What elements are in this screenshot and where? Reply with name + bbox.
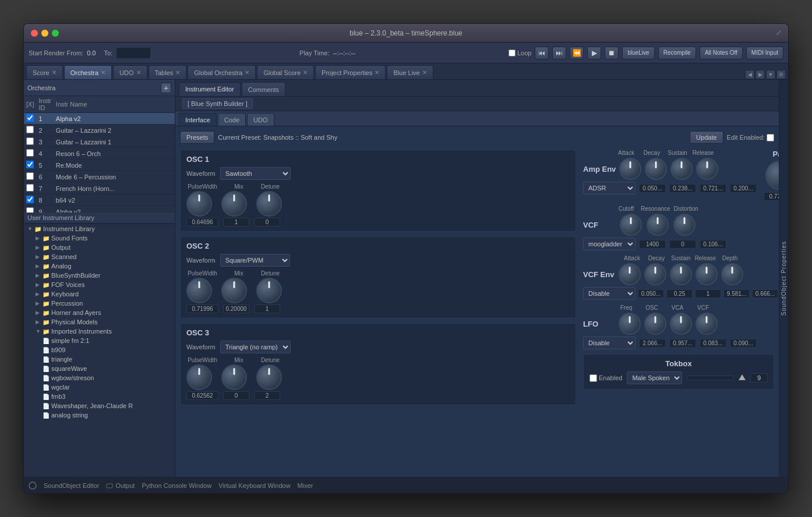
- vcf-cutoff-knob[interactable]: [620, 214, 642, 236]
- tabs-nav-right[interactable]: ▶: [755, 70, 765, 79]
- tabs-nav-menu[interactable]: ▼: [766, 70, 775, 79]
- vcf-env-attack-value[interactable]: [638, 289, 664, 298]
- osc3-detune-knob[interactable]: [256, 364, 282, 390]
- lfo-type-select[interactable]: Disable: [583, 337, 636, 349]
- tab-blue-live[interactable]: Blue Live ✕: [387, 65, 433, 79]
- table-row[interactable]: 5 Re:Mode: [24, 160, 175, 171]
- osc3-waveform-select[interactable]: Triangle (no ramp) Sawtooth: [220, 341, 291, 353]
- tab-score-close[interactable]: ✕: [52, 69, 57, 76]
- tokbox-type-select[interactable]: Male Spoken: [627, 371, 682, 384]
- osc2-waveform-select[interactable]: Square/PWM Sawtooth: [220, 254, 290, 267]
- status-soundobject-editor[interactable]: SoundObject Editor: [44, 482, 99, 489]
- amp-env-sustain-knob[interactable]: [670, 158, 693, 180]
- tree-keyboard[interactable]: ▶ 📁 Keyboard: [24, 289, 175, 299]
- vcf-distortion-knob[interactable]: [673, 214, 696, 236]
- vcf-env-type-select[interactable]: Disable: [583, 287, 636, 300]
- status-mixer[interactable]: Mixer: [298, 482, 313, 489]
- to-input[interactable]: [116, 47, 151, 59]
- instr-checkbox[interactable]: [26, 137, 34, 145]
- tabs-nav-settings[interactable]: ⚙: [776, 70, 786, 79]
- vcf-env-attack-knob[interactable]: [619, 263, 641, 285]
- osc3-mix-knob[interactable]: [221, 364, 247, 390]
- instr-checkbox[interactable]: [26, 161, 34, 168]
- osc2-mix-knob[interactable]: [221, 278, 247, 303]
- instr-checkbox[interactable]: [26, 126, 34, 133]
- osc1-pulsewidth-value[interactable]: [186, 218, 218, 226]
- tab-project-properties[interactable]: Project Properties ✕: [315, 65, 386, 79]
- lfo-vcf-value[interactable]: [730, 339, 757, 348]
- sub-tab-udo[interactable]: UDO: [247, 113, 274, 126]
- amp-env-decay-value[interactable]: [669, 184, 696, 193]
- vcf-env-release-knob[interactable]: [696, 263, 718, 285]
- transport-play[interactable]: ▶: [587, 47, 601, 59]
- transport-rewind[interactable]: ⏮: [535, 47, 549, 59]
- tab-project-properties-close[interactable]: ✕: [375, 69, 379, 76]
- lfo-osc-knob[interactable]: [644, 313, 666, 335]
- add-instrument-button[interactable]: +: [161, 83, 171, 93]
- vcf-env-depth-knob[interactable]: [721, 263, 743, 285]
- osc1-mix-knob[interactable]: [221, 191, 247, 217]
- table-row[interactable]: 4 Reson 6 – Orch: [24, 148, 175, 160]
- tree-analog-string[interactable]: 📄 analog string: [24, 410, 175, 420]
- lfo-vcf-knob[interactable]: [696, 313, 718, 335]
- tab-instrument-editor[interactable]: Instrument Editor: [179, 82, 241, 96]
- osc2-mix-value[interactable]: [223, 304, 249, 313]
- tree-output[interactable]: ▶ 📁 Output: [24, 243, 175, 252]
- edit-enabled-checkbox[interactable]: [767, 134, 774, 141]
- expand-icon[interactable]: ⤢: [776, 29, 781, 37]
- tab-score[interactable]: Score ✕: [26, 65, 63, 79]
- osc3-mix-value[interactable]: [223, 391, 249, 400]
- tokbox-slider[interactable]: [687, 376, 734, 380]
- lfo-vca-value[interactable]: [700, 339, 726, 348]
- osc2-pulsewidth-value[interactable]: [186, 304, 218, 313]
- table-row[interactable]: 7 French Horn (Horn...: [24, 183, 175, 194]
- status-virtual-keyboard[interactable]: Virtual Keyboard Window: [218, 482, 290, 489]
- amp-env-sustain-value[interactable]: [700, 184, 726, 193]
- tab-udo[interactable]: UDO ✕: [113, 65, 147, 79]
- tree-blue-synth-builder[interactable]: ▶ 📁 BlueSynthBuilder: [24, 271, 175, 280]
- tree-percussion[interactable]: ▶ 📁 Percussion: [24, 299, 175, 308]
- loop-checkbox[interactable]: [509, 49, 516, 56]
- tree-squarewave[interactable]: 📄 squareWave: [24, 364, 175, 373]
- tokbox-value-input[interactable]: [750, 373, 768, 383]
- transport-stop[interactable]: ⏹: [605, 47, 619, 59]
- amp-env-type-select[interactable]: ADSR: [583, 182, 636, 194]
- vcf-env-release-value[interactable]: [723, 289, 750, 298]
- tree-scanned[interactable]: ▶ 📁 Scanned: [24, 252, 175, 261]
- transport-back[interactable]: ⏪: [570, 47, 584, 59]
- recompile-button[interactable]: Recompile: [658, 47, 696, 59]
- tokbox-enabled-checkbox[interactable]: [589, 374, 597, 382]
- vcf-env-decay-knob[interactable]: [644, 263, 666, 285]
- tree-simple-fm[interactable]: 📄 simple fm 2:1: [24, 336, 175, 345]
- vcf-env-sustain-value[interactable]: [695, 289, 721, 298]
- table-row[interactable]: 1 Alpha v2: [24, 113, 175, 125]
- tree-horner[interactable]: ▶ 📁 Horner and Ayers: [24, 308, 175, 317]
- tab-global-score-close[interactable]: ✕: [303, 69, 308, 76]
- lfo-osc-value[interactable]: [669, 339, 696, 348]
- osc3-pulsewidth-value[interactable]: [186, 391, 218, 400]
- instr-checkbox[interactable]: [26, 184, 34, 192]
- vcf-distortion-value[interactable]: [700, 240, 726, 249]
- tree-fmb3[interactable]: 📄 fmb3: [24, 392, 175, 401]
- osc1-pulsewidth-knob[interactable]: [186, 191, 212, 217]
- vcf-cutoff-value[interactable]: [639, 240, 666, 249]
- osc2-detune-knob[interactable]: [256, 278, 282, 303]
- amp-env-release-value[interactable]: [730, 184, 757, 193]
- tab-global-orchestra[interactable]: Global Orchestra ✕: [188, 65, 256, 79]
- osc1-detune-value[interactable]: [254, 218, 280, 226]
- transport-forward[interactable]: ⏭: [552, 47, 566, 59]
- instr-checkbox[interactable]: [26, 207, 34, 213]
- tab-tables[interactable]: Tables ✕: [149, 65, 187, 79]
- tree-sound-fonts[interactable]: ▶ 📁 Sound Fonts: [24, 233, 175, 243]
- osc2-pulsewidth-knob[interactable]: [186, 278, 212, 303]
- table-row[interactable]: 9 Alpha v2: [24, 206, 175, 213]
- tab-blue-live-close[interactable]: ✕: [422, 69, 427, 76]
- amp-env-decay-knob[interactable]: [645, 158, 667, 180]
- bluelive-button[interactable]: blueLive: [622, 47, 654, 59]
- vcf-resonance-knob[interactable]: [647, 214, 669, 236]
- tab-orchestra-close[interactable]: ✕: [101, 69, 105, 76]
- table-row[interactable]: 2 Guitar – Lazzarini 2: [24, 125, 175, 136]
- tree-wgbow[interactable]: 📄 wgbow/streson: [24, 373, 175, 383]
- midi-input-button[interactable]: MIDI Input: [746, 47, 783, 59]
- amp-env-attack-value[interactable]: [639, 184, 666, 193]
